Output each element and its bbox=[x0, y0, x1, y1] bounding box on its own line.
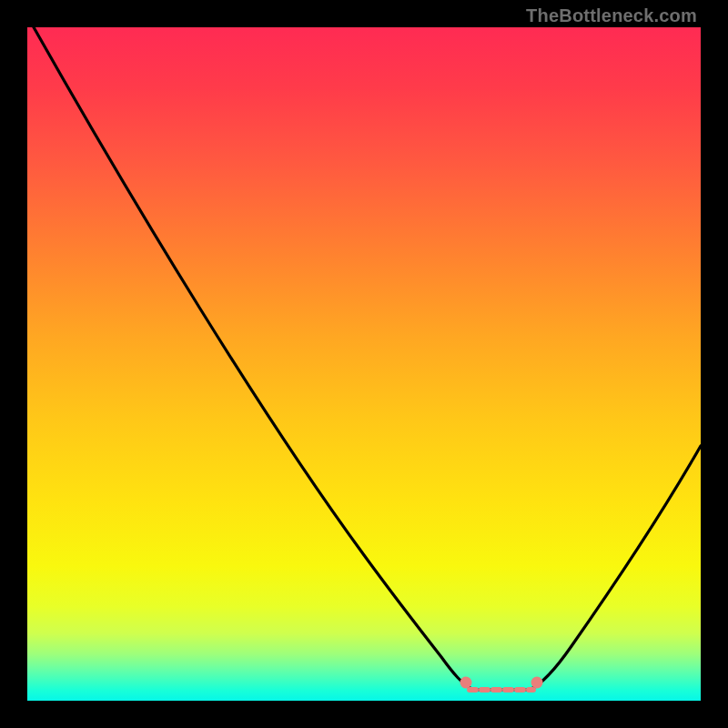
watermark-text: TheBottleneck.com bbox=[526, 5, 697, 26]
chart-gradient-background bbox=[27, 27, 701, 701]
chart-plot-area bbox=[27, 27, 701, 701]
